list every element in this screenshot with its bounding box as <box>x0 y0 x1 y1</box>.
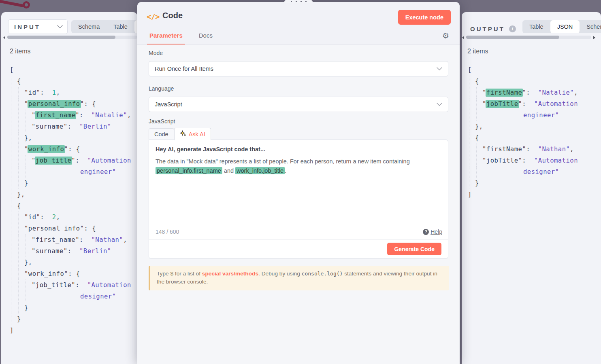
json-line: "first_name": "Natalie", <box>1 110 137 121</box>
special-vars-notice: Type $ for a list of special vars/method… <box>149 266 449 290</box>
json-line: [ <box>462 64 601 76</box>
json-line: } <box>462 178 601 189</box>
char-counter: 148 / 600 <box>156 229 179 235</box>
tab-table[interactable]: Table <box>522 20 550 33</box>
json-line: }, <box>462 121 601 132</box>
mode-label: Mode <box>149 50 163 56</box>
help-icon: ? <box>423 229 429 235</box>
info-icon[interactable]: i <box>509 25 516 32</box>
json-line: "work_info": { <box>1 268 137 279</box>
json-line: "jobTitle": "Automation <box>462 98 601 110</box>
json-line: "personal_info": { <box>1 98 137 110</box>
input-panel-title: INPUT <box>9 23 52 30</box>
json-line: ] <box>1 325 137 336</box>
json-line: "jobTitle": "Automation <box>462 155 601 166</box>
input-items-count: 2 items <box>10 48 31 55</box>
output-panel-title: OUTPUT <box>470 25 505 32</box>
input-panel: INPUT Schema Table JSON 2 items [{"id": … <box>1 12 137 364</box>
tab-schema[interactable]: Schema <box>580 20 601 33</box>
json-line: "id": 1, <box>1 87 137 98</box>
json-line: "job_title": "Automation <box>1 279 137 291</box>
json-line: "work_info": { <box>1 144 137 155</box>
execute-node-button[interactable]: Execute node <box>398 10 451 25</box>
prompt-text: The data in "Mock data" represents a lis… <box>149 152 448 176</box>
json-line: engineer" <box>1 166 137 178</box>
input-json-tree: [{"id": 1,"personal_info": {"first_name"… <box>1 64 137 336</box>
prompt-heading: Hey AI, generate JavaScript code that... <box>149 140 448 152</box>
tab-json[interactable]: JSON <box>134 20 137 33</box>
json-line: "job_title": "Automation <box>1 155 137 166</box>
tab-code[interactable]: Code <box>149 128 174 140</box>
tab-table[interactable]: Table <box>107 20 134 33</box>
generate-code-button[interactable]: Generate Code <box>387 243 441 255</box>
scrollbar-thumb[interactable] <box>466 36 559 39</box>
sparkle-icon <box>180 130 186 138</box>
scrollbar-thumb[interactable] <box>7 36 115 39</box>
json-line: [ <box>1 64 137 76</box>
logo-connector <box>0 0 25 8</box>
json-line: engineer" <box>462 110 601 121</box>
language-select-value: JavaScript <box>155 101 182 108</box>
editor-label: JavaScript <box>149 118 175 125</box>
tab-schema[interactable]: Schema <box>71 20 107 33</box>
json-line: { <box>462 132 601 144</box>
json-line: } <box>1 178 137 189</box>
json-line: designer" <box>1 291 137 302</box>
tab-ask-ai-label: Ask AI <box>189 131 205 138</box>
json-line: "personal_info": { <box>1 223 137 234</box>
output-horizontal-scrollbar[interactable] <box>462 35 601 39</box>
json-line: }, <box>1 132 137 144</box>
code-node-modal: </> Code Execute node Parameters Docs ⚙ … <box>137 2 460 364</box>
input-source-select[interactable]: INPUT <box>8 19 68 34</box>
gear-icon[interactable]: ⚙ <box>442 32 449 40</box>
mode-select[interactable]: Run Once for All Items <box>149 61 448 76</box>
json-line: }, <box>1 257 137 268</box>
json-line: }, <box>1 189 137 200</box>
help-label: Help <box>431 229 442 235</box>
tab-ask-ai[interactable]: Ask AI <box>174 128 211 140</box>
mode-select-value: Run Once for All Items <box>155 66 213 72</box>
output-items-count: 2 items <box>467 48 488 55</box>
tab-json[interactable]: JSON <box>550 20 580 33</box>
code-node-icon: </> <box>147 12 159 21</box>
json-line: } <box>1 302 137 313</box>
json-line: { <box>462 76 601 87</box>
json-line: } <box>1 313 137 325</box>
generate-code-bar: Generate Code <box>149 239 448 259</box>
output-view-tabs: Table JSON Schema <box>522 20 601 33</box>
modal-header: </> Code Execute node Parameters Docs ⚙ <box>137 2 460 45</box>
input-view-tabs: Schema Table JSON <box>71 20 137 33</box>
json-line: "surname": "Berlin" <box>1 245 137 257</box>
json-line: { <box>1 76 137 87</box>
output-json-tree: [{"firstName": "Natalie","jobTitle": "Au… <box>462 64 601 200</box>
scroll-left-arrow[interactable] <box>3 36 5 39</box>
ai-prompt-box[interactable]: Hey AI, generate JavaScript code that...… <box>149 140 448 239</box>
editor-tabs: Code Ask AI <box>149 128 211 140</box>
input-horizontal-scrollbar[interactable] <box>1 35 137 39</box>
json-line: "id": 2, <box>1 212 137 223</box>
json-line: "surname": "Berlin" <box>1 121 137 132</box>
json-line: ] <box>462 189 601 200</box>
chevron-down-icon <box>437 67 442 70</box>
help-link[interactable]: ? Help <box>423 229 442 235</box>
scroll-right-arrow[interactable] <box>593 36 595 39</box>
tab-docs[interactable]: Docs <box>196 32 215 44</box>
tab-parameters[interactable]: Parameters <box>147 32 185 44</box>
json-line: "first_name": "Nathan", <box>1 234 137 245</box>
node-title: Code <box>162 11 183 20</box>
json-line: { <box>1 200 137 212</box>
chevron-down-icon <box>437 103 442 106</box>
json-line: "firstName": "Nathan", <box>462 144 601 155</box>
scroll-left-arrow[interactable] <box>462 36 464 39</box>
n8n-canvas-logo-fragment <box>0 0 41 14</box>
json-line: "firstName": "Natalie", <box>462 87 601 98</box>
language-label: Language <box>149 85 174 92</box>
logo-node-circle <box>23 1 30 8</box>
json-line: designer" <box>462 166 601 178</box>
chevron-down-icon <box>52 20 67 34</box>
output-panel: OUTPUT i Table JSON Schema 2 items [{"fi… <box>462 12 601 364</box>
language-select[interactable]: JavaScript <box>149 97 448 112</box>
ndv-drag-handle[interactable] <box>284 0 313 3</box>
